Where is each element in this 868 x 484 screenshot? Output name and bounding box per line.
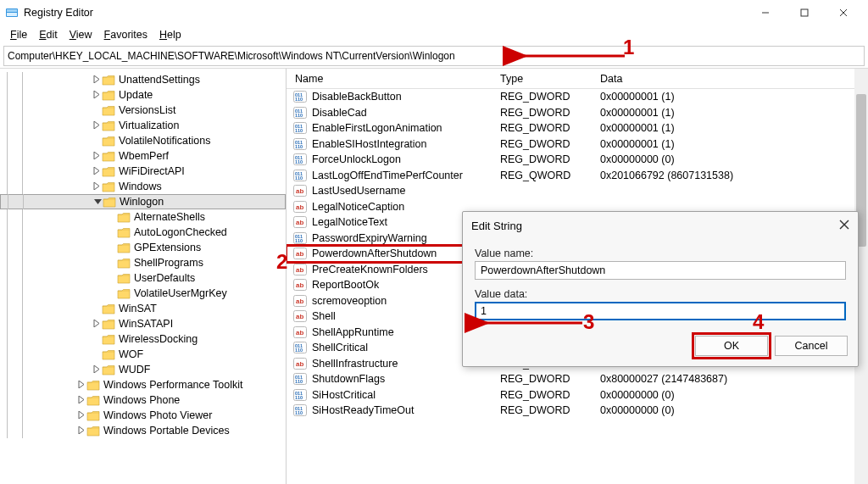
menu-file[interactable]: File	[5, 27, 32, 42]
tree-node[interactable]: ShellPrograms	[0, 255, 286, 270]
tree-node[interactable]: WbemPerf	[0, 148, 286, 164]
ok-button[interactable]: OK	[695, 336, 768, 356]
tree-node[interactable]: VolatileUserMgrKey	[0, 286, 286, 301]
titlebar: Registry Editor	[0, 0, 868, 25]
cell-data: 0x00000001 (1)	[600, 91, 868, 103]
tree-node[interactable]: VolatileNotifications	[0, 133, 286, 148]
svg-marker-15	[94, 365, 99, 373]
svg-marker-16	[79, 381, 84, 388]
value-name-field[interactable]	[475, 261, 846, 280]
list-row[interactable]: abLastUsedUsername	[287, 183, 868, 199]
close-button[interactable]	[824, 1, 863, 25]
reg-dword-icon: 011110	[292, 91, 309, 103]
dialog-button-row: OK Cancel	[463, 329, 858, 366]
tree-node[interactable]: WiFiDirectAPI	[0, 164, 286, 179]
tree-node[interactable]: Windows	[0, 179, 286, 194]
address-text: Computer\HKEY_LOCAL_MACHINE\SOFTWARE\Mic…	[8, 50, 455, 62]
chevron-right-icon[interactable]	[76, 396, 86, 405]
list-row[interactable]: 011110SiHostCriticalREG_DWORD0x00000000 …	[287, 387, 868, 403]
chevron-right-icon[interactable]	[76, 381, 86, 390]
cell-data: 0x00000001 (1)	[600, 107, 868, 119]
svg-text:110: 110	[295, 238, 303, 243]
list-row[interactable]: 011110DisableCadREG_DWORD0x00000001 (1)	[287, 105, 868, 121]
tree-node[interactable]: WirelessDocking	[0, 331, 286, 347]
menu-help[interactable]: Help	[154, 27, 186, 42]
cell-name: SiHostReadyTimeOut	[309, 404, 500, 416]
cancel-button[interactable]: Cancel	[775, 336, 848, 356]
tree-node[interactable]: Update	[0, 87, 286, 103]
tree-node[interactable]: Virtualization	[0, 118, 286, 133]
svg-text:110: 110	[295, 175, 303, 181]
chevron-right-icon[interactable]	[92, 121, 102, 131]
cell-type: REG_DWORD	[500, 153, 600, 165]
list-row[interactable]: 011110LastLogOffEndTimePerfCounterREG_QW…	[287, 168, 868, 184]
tree-node[interactable]: AutoLogonChecked	[0, 225, 286, 240]
list-header: Name Type Data	[287, 69, 868, 89]
folder-icon	[102, 181, 115, 192]
chevron-right-icon[interactable]	[92, 167, 102, 176]
tree-node[interactable]: UnattendSettings	[0, 72, 286, 87]
chevron-right-icon[interactable]	[92, 75, 102, 85]
value-name-label: Value name:	[475, 248, 846, 259]
tree-node[interactable]: UserDefaults	[0, 270, 286, 286]
tree-node[interactable]: WinSAT	[0, 301, 286, 316]
menu-favorites[interactable]: Favorites	[99, 27, 153, 42]
tree-pane[interactable]: UnattendSettingsUpdateVersionsListVirtua…	[0, 69, 287, 484]
tree-node-label: Virtualization	[119, 120, 179, 131]
tree-node[interactable]: VersionsList	[0, 103, 286, 118]
close-icon[interactable]	[839, 218, 849, 233]
chevron-right-icon[interactable]	[92, 91, 102, 100]
tree-node[interactable]: GPExtensions	[0, 240, 286, 255]
tree-node[interactable]: WinSATAPI	[0, 316, 286, 331]
tree-node-label: WUDF	[119, 364, 151, 376]
tree-node[interactable]: WUDF	[0, 362, 286, 377]
reg-sz-icon: ab	[292, 201, 309, 213]
minimize-button[interactable]	[746, 1, 785, 25]
svg-rect-1	[7, 9, 17, 12]
tree-node[interactable]: Winlogon	[0, 194, 286, 209]
chevron-right-icon[interactable]	[92, 365, 102, 375]
svg-rect-4	[801, 9, 808, 16]
reg-dword-icon: 011110	[292, 373, 309, 385]
chevron-right-icon[interactable]	[92, 182, 102, 192]
annotation-4: 4	[753, 310, 764, 334]
tree-node[interactable]: Windows Portable Devices	[0, 423, 286, 438]
dialog-titlebar[interactable]: Edit String	[463, 212, 858, 239]
list-row[interactable]: 011110EnableSIHostIntegrationREG_DWORD0x…	[287, 136, 868, 153]
chevron-down-icon[interactable]	[92, 197, 103, 207]
menu-view[interactable]: View	[64, 27, 97, 42]
value-data-field[interactable]	[475, 302, 846, 320]
reg-dword-icon: 011110	[292, 232, 309, 244]
tree-node[interactable]: Windows Photo Viewer	[0, 408, 286, 423]
svg-text:110: 110	[295, 410, 303, 415]
reg-dword-icon: 011110	[292, 342, 309, 353]
list-row[interactable]: 011110EnableFirstLogonAnimationREG_DWORD…	[287, 120, 868, 136]
tree-node[interactable]: Windows Performance Toolkit	[0, 377, 286, 392]
folder-icon	[102, 120, 115, 131]
cell-type: REG_DWORD	[500, 389, 600, 401]
col-header-type[interactable]: Type	[500, 73, 600, 85]
svg-text:110: 110	[295, 348, 303, 353]
chevron-right-icon[interactable]	[76, 411, 86, 420]
cell-data: 0x00000000 (0)	[600, 389, 868, 401]
svg-text:110: 110	[295, 128, 303, 133]
col-header-data[interactable]: Data	[600, 73, 868, 85]
chevron-right-icon[interactable]	[76, 426, 86, 436]
maximize-button[interactable]	[785, 1, 824, 25]
tree-node[interactable]: AlternateShells	[0, 209, 286, 225]
col-header-name[interactable]: Name	[287, 73, 500, 85]
tree-node[interactable]: WOF	[0, 347, 286, 362]
svg-marker-18	[79, 411, 84, 419]
list-row[interactable]: 011110ShutdownFlagsREG_DWORD0x80000027 (…	[287, 371, 868, 387]
list-row[interactable]: 011110DisableBackButtonREG_DWORD0x000000…	[287, 89, 868, 105]
chevron-right-icon[interactable]	[92, 320, 102, 329]
chevron-right-icon[interactable]	[92, 152, 102, 161]
list-row[interactable]: 011110SiHostReadyTimeOutREG_DWORD0x00000…	[287, 403, 868, 419]
tree-node[interactable]: Windows Phone	[0, 392, 286, 408]
tree-node-label: WinSAT	[119, 303, 157, 314]
menu-edit[interactable]: Edit	[34, 27, 63, 42]
cell-data: 0x80000027 (2147483687)	[600, 373, 868, 385]
folder-icon	[117, 272, 131, 284]
address-bar[interactable]: Computer\HKEY_LOCAL_MACHINE\SOFTWARE\Mic…	[3, 46, 865, 66]
list-row[interactable]: 011110ForceUnlockLogonREG_DWORD0x0000000…	[287, 152, 868, 168]
